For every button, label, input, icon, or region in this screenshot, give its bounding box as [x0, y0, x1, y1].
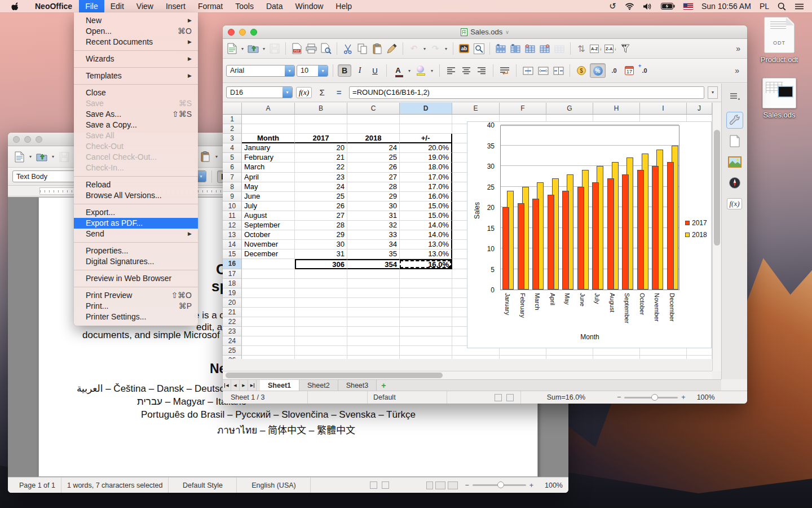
cell-C13[interactable]: 33	[347, 230, 400, 240]
align-right-icon[interactable]	[475, 64, 488, 77]
close-button[interactable]	[228, 29, 235, 36]
cell-B8[interactable]: 24	[295, 182, 347, 192]
input-source-label[interactable]: PL	[760, 2, 769, 11]
row-header-15[interactable]: 15	[223, 249, 242, 259]
zoom-out-icon[interactable]: −	[465, 481, 469, 489]
cell-C9[interactable]: 29	[347, 192, 400, 202]
cell-D14[interactable]: 13.0%	[400, 240, 452, 249]
row-header-3[interactable]: 3	[223, 134, 242, 143]
delete-column-icon[interactable]	[538, 42, 551, 55]
cell-A2[interactable]	[242, 124, 295, 134]
cell-B9[interactable]: 25	[295, 192, 347, 202]
cell-C18[interactable]	[347, 279, 400, 288]
cell-C24[interactable]	[347, 336, 400, 346]
copy-icon[interactable]	[356, 42, 369, 55]
wrap-text-icon[interactable]	[498, 64, 511, 77]
cell-D6[interactable]: 18.0%	[400, 163, 452, 172]
volume-icon[interactable]	[643, 3, 652, 10]
new-dropdown-icon[interactable]: ▾	[240, 46, 245, 51]
menu-item-print[interactable]: Print...⌘P	[74, 301, 198, 312]
cell-B10[interactable]: 26	[295, 202, 347, 211]
last-sheet-icon[interactable]: ▶	[248, 380, 257, 391]
cell-B24[interactable]	[295, 336, 347, 346]
cell-B25[interactable]	[295, 346, 347, 356]
row-header-19[interactable]: 19	[223, 288, 242, 298]
zoom-in-icon[interactable]: +	[681, 393, 685, 401]
formula-input[interactable]: =ROUND(C16/B16-1,2)	[349, 86, 704, 99]
insert-row-icon[interactable]	[494, 42, 508, 55]
sidebar-settings-icon[interactable]	[726, 88, 743, 105]
menu-item-save-a-copy[interactable]: Save a Copy...	[74, 120, 198, 130]
apple-menu-icon[interactable]	[0, 2, 28, 11]
new-document-icon[interactable]	[12, 150, 26, 164]
add-decimal-icon[interactable]: .0+	[638, 64, 651, 77]
menu-item-browse-all-versions[interactable]: Browse All Versions...	[74, 190, 198, 201]
cell-D17[interactable]	[400, 269, 452, 279]
cell-B2[interactable]	[295, 124, 347, 134]
menu-item-recent-documents[interactable]: Recent Documents▶	[74, 37, 198, 47]
cell-D21[interactable]	[400, 308, 452, 317]
column-header-G[interactable]: G	[546, 103, 593, 115]
menubar-menu-edit[interactable]: Edit	[104, 0, 130, 12]
cell-A7[interactable]: April	[242, 173, 295, 182]
cell-D12[interactable]: 14.0%	[400, 221, 452, 230]
menu-item-new[interactable]: New▶	[74, 15, 198, 26]
cell-B19[interactable]	[295, 288, 347, 298]
align-center-icon[interactable]	[460, 64, 473, 77]
number-format-icon[interactable]: .0	[607, 64, 621, 77]
language-status[interactable]: English (USA)	[237, 481, 310, 489]
calc-zoom-slider[interactable]: − +	[611, 393, 691, 401]
menu-item-export-as-pdf[interactable]: Export as PDF...	[74, 218, 198, 229]
clone-formatting-icon[interactable]	[385, 42, 399, 55]
percent-format-button[interactable]: %	[590, 63, 606, 78]
column-header-I[interactable]: I	[640, 103, 687, 115]
cell-C4[interactable]: 24	[347, 143, 400, 153]
highlight-dropdown-icon[interactable]: ▾	[429, 68, 435, 73]
bold-button[interactable]: B	[338, 64, 351, 77]
row-header-6[interactable]: 6	[223, 163, 242, 172]
sheet-number-status[interactable]: Sheet 1 / 3	[223, 393, 307, 401]
menubar-app-name[interactable]: NeoOffice	[28, 2, 79, 11]
toolbar-overflow-icon[interactable]: »	[736, 44, 745, 53]
cell-D3[interactable]: +/-	[400, 134, 452, 143]
menu-item-export[interactable]: Export...	[74, 207, 198, 218]
zoom-knob[interactable]	[651, 394, 658, 401]
cell-B11[interactable]: 27	[295, 211, 347, 221]
cell-A21[interactable]	[242, 308, 295, 317]
cell-J26[interactable]	[687, 356, 712, 359]
cell-B4[interactable]: 20	[295, 143, 347, 153]
modified-flag-icon[interactable]	[382, 481, 389, 489]
row-header-20[interactable]: 20	[223, 298, 242, 308]
cell-A13[interactable]: October	[242, 230, 295, 240]
row-header-23[interactable]: 23	[223, 327, 242, 336]
open-icon[interactable]	[246, 42, 260, 55]
menu-item-open[interactable]: Open...⌘O	[74, 26, 198, 37]
find-replace-icon[interactable]: ab	[457, 42, 471, 55]
row-header-4[interactable]: 4	[223, 143, 242, 153]
paste-dropdown-icon[interactable]: ▾	[214, 154, 219, 159]
row-header-12[interactable]: 12	[223, 221, 242, 230]
vertical-scrollbar-thumb[interactable]	[714, 130, 720, 246]
cell-A16[interactable]	[242, 259, 295, 269]
menu-item-preview-in-web-browser[interactable]: Preview in Web Browser	[74, 273, 198, 284]
chevron-down-icon[interactable]: ▾	[318, 65, 328, 76]
undo-dropdown-icon[interactable]: ▾	[422, 46, 427, 51]
row-header-26[interactable]: 26	[223, 356, 242, 359]
font-name-combo[interactable]: Arial ▾	[226, 65, 295, 77]
function-wizard-icon[interactable]: f(x)	[296, 87, 312, 98]
desktop-icon-sales-ods[interactable]: Sales.ods	[752, 78, 806, 119]
column-header-C[interactable]: C	[347, 103, 400, 115]
cell-C20[interactable]	[347, 298, 400, 308]
selection-mode-icon[interactable]	[370, 481, 377, 489]
cell-A19[interactable]	[242, 288, 295, 298]
zoom-button[interactable]	[36, 136, 42, 143]
cell-D25[interactable]	[400, 346, 452, 356]
cell-B5[interactable]: 21	[295, 153, 347, 163]
cell-B7[interactable]: 23	[295, 173, 347, 182]
cell-D19[interactable]	[400, 288, 452, 298]
sort-icon[interactable]: ⇅	[575, 42, 588, 55]
cell-B1[interactable]	[295, 115, 347, 124]
formula-bar-expand-icon[interactable]: ▾	[708, 86, 718, 99]
menubar-menu-insert[interactable]: Insert	[160, 0, 192, 12]
cell-B14[interactable]: 30	[295, 240, 347, 249]
